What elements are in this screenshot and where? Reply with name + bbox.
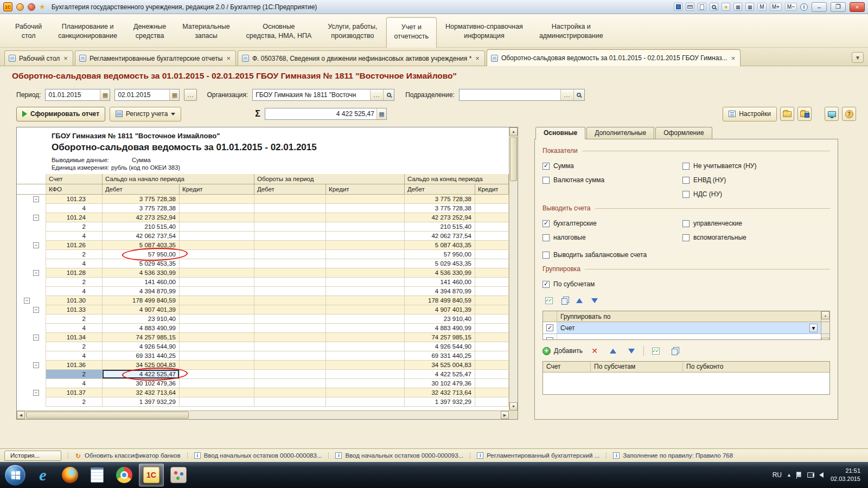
credit-start-cell[interactable] [180,232,254,241]
firefox-icon[interactable] [58,464,82,486]
debit-start-cell[interactable]: 4 907 401,39 [103,305,180,314]
clock[interactable]: 21:51 02.03.2015 [831,467,860,483]
tab-list-button[interactable]: ▼ [852,52,864,63]
settings-tab[interactable]: Основные [535,127,585,139]
debit-turnover-cell[interactable] [254,232,326,241]
table-row[interactable]: 2 23 910,40 23 910,40 [17,314,509,324]
status-item[interactable]: Заполнение по правилу: Правило 768 [606,452,733,459]
start-button[interactable] [4,464,26,486]
checkbox-option[interactable]: вспомогательные [682,230,746,245]
credit-start-cell[interactable] [180,195,254,204]
status-item[interactable]: Ввод начальных остатков 0000-000093... [328,452,463,459]
credit-end-cell[interactable] [475,370,509,379]
checkbox-option[interactable]: Сумма [542,159,682,173]
account-cell[interactable]: 101.37 [46,388,103,397]
debit-turnover-cell[interactable] [254,397,326,407]
grouping-row-partial[interactable]: ▼ [543,334,829,340]
quick-launch-icon[interactable] [16,3,24,11]
credit-start-cell[interactable] [180,370,254,379]
table-row[interactable]: 101.37 32 432 713,64 32 432 713,64 [17,388,509,397]
account-cell[interactable]: 2 [46,314,103,324]
period-to-input[interactable]: 02.01.2015 ▦ [114,89,180,101]
debit-turnover-cell[interactable] [254,213,326,222]
print-preview-icon[interactable] [698,3,706,11]
division-select-button[interactable]: ... [560,89,573,100]
account-cell[interactable]: 101.24 [46,213,103,222]
debit-end-cell[interactable]: 23 910,40 [405,314,475,324]
account-cell[interactable]: 4 [46,232,103,241]
credit-start-cell[interactable] [180,222,254,232]
credit-turnover-cell[interactable] [326,397,405,407]
chrome-icon[interactable] [112,464,137,486]
credit-end-cell[interactable] [475,204,509,213]
debit-end-cell[interactable]: 42 062 737,54 [405,232,475,241]
credit-end-cell[interactable] [475,388,509,397]
calculator-icon[interactable]: ▦ [376,108,386,119]
calendar-icon[interactable]: ▦ [733,3,742,11]
credit-end-cell[interactable] [475,333,509,342]
credit-end-cell[interactable] [475,222,509,232]
credit-turnover-cell[interactable] [326,195,405,204]
column-header[interactable]: По субконто [683,362,829,372]
table-row[interactable]: 4 4 394 870,99 4 394 870,99 [17,287,509,296]
credit-start-cell[interactable] [180,305,254,314]
credit-turnover-cell[interactable] [326,388,405,397]
help-button[interactable]: ? [842,107,856,121]
credit-start-cell[interactable] [180,379,254,388]
status-item[interactable]: Ввод начальных остатков 0000-000083... [187,452,322,459]
credit-start-cell[interactable] [180,213,254,222]
table-row[interactable]: 4 5 029 453,35 5 029 453,35 [17,259,509,268]
credit-start-cell[interactable] [180,296,254,305]
document-tab[interactable]: Регламентированные бухгалтерские отчеты … [75,50,236,66]
credit-end-cell[interactable] [475,342,509,351]
debit-end-cell[interactable]: 42 273 252,94 [405,213,475,222]
sum-field[interactable]: 4 422 525,47 ▦ [265,108,387,120]
ribbon-section[interactable]: Настройка и администрирование [532,17,611,47]
memory-m-button[interactable]: M [757,3,766,11]
credit-end-cell[interactable] [475,324,509,333]
memory-mplus-button[interactable]: M+ [770,3,782,11]
credit-start-cell[interactable] [180,250,254,259]
collapse-icon[interactable] [33,362,39,368]
debit-end-cell[interactable]: 178 499 840,59 [405,296,475,305]
debit-turnover-cell[interactable] [254,351,326,361]
organization-select-button[interactable]: ... [370,89,383,100]
debit-end-cell[interactable]: 32 432 713,64 [405,388,475,397]
scrollbar-thumb[interactable] [26,412,189,419]
account-cell[interactable]: 2 [46,397,103,407]
credit-start-cell[interactable] [180,361,254,370]
table-row[interactable]: 2 1 397 932,29 1 397 932,29 [17,397,509,407]
volume-icon[interactable] [819,472,824,478]
debit-start-cell[interactable]: 5 029 453,35 [103,259,180,268]
credit-end-cell[interactable] [475,296,509,305]
credit-end-cell[interactable] [475,314,509,324]
collapse-icon[interactable] [33,196,39,202]
paint-icon[interactable] [166,464,191,486]
debit-end-cell[interactable]: 30 102 479,36 [405,379,475,388]
credit-start-cell[interactable] [180,333,254,342]
table-row[interactable]: 2 210 515,40 210 515,40 [17,222,509,232]
1c-enterprise-icon[interactable]: 1С [139,464,164,486]
account-cell[interactable]: 101.28 [46,268,103,278]
debit-turnover-cell[interactable] [254,342,326,351]
debit-start-cell[interactable]: 4 883 490,99 [103,324,180,333]
debit-start-cell[interactable]: 178 499 840,59 [103,296,180,305]
debit-start-cell[interactable]: 141 460,00 [103,278,180,287]
debit-end-cell[interactable]: 4 422 525,47 [405,370,475,379]
debit-end-cell[interactable]: 1 397 932,29 [405,397,475,407]
move-up-button[interactable] [573,294,586,306]
credit-start-cell[interactable] [180,314,254,324]
scroll-up-icon[interactable]: ▲ [821,311,829,319]
debit-end-cell[interactable]: 3 775 728,38 [405,204,475,213]
account-cell[interactable]: 2 [46,370,103,379]
credit-turnover-cell[interactable] [326,296,405,305]
checkbox-icon[interactable]: ✓ [546,324,553,331]
grid-scrollbar[interactable]: ▲ [821,311,829,322]
debit-start-cell[interactable]: 30 102 479,36 [103,379,180,388]
close-button[interactable]: × [850,2,865,12]
debit-turnover-cell[interactable] [254,370,326,379]
calculator-icon[interactable]: ▦ [745,3,754,11]
period-options-button[interactable]: ... [184,89,197,101]
credit-end-cell[interactable] [475,379,509,388]
credit-turnover-cell[interactable] [326,268,405,278]
